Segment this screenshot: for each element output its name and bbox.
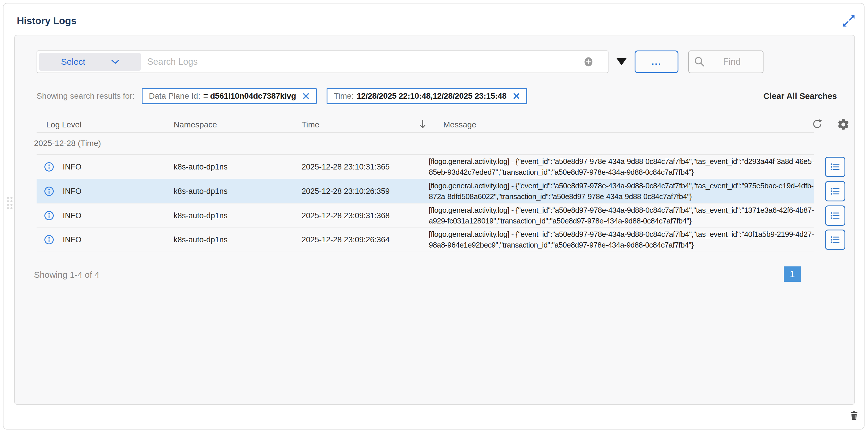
info-icon[interactable]: [44, 162, 54, 172]
remove-filter-button[interactable]: [303, 93, 309, 99]
row-details-button[interactable]: [825, 229, 845, 250]
date-group-label: 2025-12-28 (Time): [34, 139, 101, 148]
info-icon[interactable]: [44, 186, 54, 196]
clear-all-searches-button[interactable]: Clear All Searches: [763, 91, 837, 101]
log-time: 2025-12-28 23:09:31:368: [302, 211, 390, 220]
log-level: INFO: [63, 187, 82, 195]
filter-chip-name: Data Plane Id:: [149, 91, 200, 101]
log-namespace: k8s-auto-dp1ns: [174, 162, 227, 171]
log-row[interactable]: INFO k8s-auto-dp1ns 2025-12-28 23:10:31:…: [37, 154, 814, 179]
history-logs-card: Select ...: [14, 35, 855, 405]
chevron-down-icon: [112, 60, 119, 64]
list-icon: [830, 234, 841, 245]
search-dropdown-caret[interactable]: [617, 58, 626, 65]
log-time: 2025-12-28 23:10:31:365: [302, 162, 390, 171]
expand-arrows-icon: [841, 13, 857, 28]
log-message: [flogo.general.activity.log] - {"event_i…: [429, 205, 814, 226]
column-header-time[interactable]: Time: [302, 120, 319, 129]
log-namespace: k8s-auto-dp1ns: [174, 187, 227, 195]
filter-chip-value: 12/28/2025 22:10:48,12/28/2025 23:15:48: [357, 91, 506, 101]
log-namespace: k8s-auto-dp1ns: [174, 211, 227, 220]
list-icon: [830, 210, 841, 221]
filters-label: Showing search results for:: [37, 91, 135, 101]
results-summary: Showing 1-4 of 4: [34, 270, 99, 280]
search-icon: [693, 56, 706, 68]
log-message: [flogo.general.activity.log] - {"event_i…: [429, 156, 814, 178]
filter-chip-name: Time:: [334, 91, 354, 101]
log-time: 2025-12-28 23:09:26:364: [302, 235, 390, 244]
gear-icon: [837, 118, 850, 131]
column-header-message[interactable]: Message: [443, 120, 476, 129]
log-row[interactable]: INFO k8s-auto-dp1ns 2025-12-28 23:09:26:…: [37, 227, 814, 252]
info-icon[interactable]: [44, 210, 54, 221]
filter-chip-data-plane-id: Data Plane Id: = d561l10n04dc7387kivg: [142, 88, 317, 104]
filter-chip-value: = d561l10n04dc7387kivg: [203, 91, 296, 101]
refresh-icon: [811, 118, 824, 131]
more-options-button[interactable]: ...: [634, 51, 678, 73]
settings-button[interactable]: [837, 118, 850, 132]
add-search-term-button[interactable]: [584, 57, 593, 67]
more-options-label: ...: [651, 57, 661, 67]
sort-descending-icon[interactable]: [418, 119, 427, 131]
expand-button[interactable]: [841, 13, 857, 28]
close-icon: [513, 93, 520, 99]
plus-circle-icon: [584, 57, 593, 67]
log-row[interactable]: INFO k8s-auto-dp1ns 2025-12-28 23:09:31:…: [37, 203, 814, 227]
log-level: INFO: [63, 235, 82, 244]
log-row-selected[interactable]: INFO k8s-auto-dp1ns 2025-12-28 23:10:26:…: [37, 179, 814, 203]
row-details-button[interactable]: [825, 206, 845, 226]
log-time: 2025-12-28 23:10:26:359: [302, 187, 390, 195]
find-box: [688, 51, 764, 73]
field-select-dropdown[interactable]: Select: [39, 53, 141, 71]
filter-chip-time: Time: 12/28/2025 22:10:48,12/28/2025 23:…: [327, 88, 527, 104]
find-input[interactable]: [709, 57, 755, 67]
row-details-button[interactable]: [825, 157, 845, 177]
info-icon[interactable]: [44, 235, 54, 245]
log-message: [flogo.general.activity.log] - {"event_i…: [429, 181, 814, 202]
table-header: Log Level Namespace Time Message: [37, 118, 814, 133]
list-icon: [830, 161, 841, 173]
log-level: INFO: [63, 162, 82, 171]
history-logs-panel: History Logs Select: [3, 3, 865, 430]
field-select-label: Select: [61, 57, 85, 67]
active-filters-row: Showing search results for: Data Plane I…: [37, 88, 837, 104]
refresh-button[interactable]: [811, 118, 824, 132]
list-icon: [830, 186, 841, 197]
trash-icon: [849, 410, 859, 421]
page-title: History Logs: [17, 15, 76, 26]
search-input[interactable]: [147, 57, 576, 67]
row-details-button[interactable]: [825, 181, 845, 202]
log-level: INFO: [63, 211, 82, 220]
column-header-log-level[interactable]: Log Level: [46, 120, 81, 129]
page-button-1[interactable]: 1: [784, 267, 801, 282]
close-icon: [303, 93, 309, 99]
log-namespace: k8s-auto-dp1ns: [174, 235, 227, 244]
search-box: Select: [37, 51, 609, 73]
drag-handle-icon[interactable]: [7, 197, 13, 211]
search-bar: Select ...: [37, 51, 764, 73]
delete-button[interactable]: [849, 410, 859, 421]
log-message: [flogo.general.activity.log] - {"event_i…: [429, 229, 814, 250]
column-header-namespace[interactable]: Namespace: [174, 120, 217, 129]
remove-filter-button[interactable]: [513, 93, 520, 99]
log-table: INFO k8s-auto-dp1ns 2025-12-28 23:10:31:…: [37, 154, 814, 252]
